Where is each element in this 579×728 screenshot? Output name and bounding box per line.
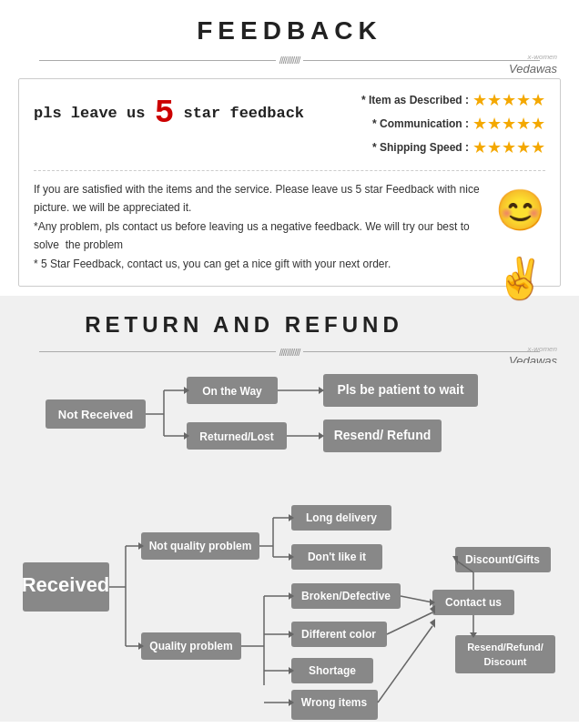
svg-text:Returned/Lost: Returned/Lost [199, 430, 273, 443]
zigzag-decoration: /////////// [279, 55, 300, 66]
return-zigzag: /////////// [279, 347, 300, 358]
svg-text:Discount/Gifts: Discount/Gifts [465, 553, 540, 566]
brand-tag: x-women Vedawas [509, 51, 557, 76]
feedback-para2: *Any problem, pls contact us before leav… [34, 217, 545, 255]
star-item-shipping: * Shipping Speed : ★★★★★ [360, 137, 545, 157]
svg-text:Wrong items: Wrong items [301, 696, 368, 709]
svg-line-64 [401, 596, 432, 602]
return-brand-x-women: x-women [528, 345, 557, 353]
feedback-para1: If you are satisfied with the items and … [34, 180, 545, 217]
brand-x-women: x-women [528, 53, 557, 61]
svg-text:Quality problem: Quality problem [149, 640, 232, 652]
feedback-top: pls leave us 5 star feedback * Item as D… [34, 90, 545, 171]
svg-text:Broken/Defective: Broken/Defective [301, 590, 391, 602]
svg-text:On the Way: On the Way [202, 385, 262, 398]
not-received-block: Not Received On the Way Pls be patient t… [18, 372, 561, 472]
svg-text:Not Received: Not Received [58, 408, 133, 421]
return-divider-line-right [303, 351, 540, 352]
svg-text:Received: Received [22, 573, 110, 596]
star-ratings: * Item as Described : ★★★★★ * Communicat… [360, 90, 545, 161]
svg-line-71 [387, 612, 432, 634]
return-divider-line-left [39, 351, 276, 352]
not-received-svg: Not Received On the Way Pls be patient t… [18, 372, 555, 472]
brand-name: Vedawas [509, 62, 557, 76]
feedback-body: 😊✌️ If you are satisfied with the items … [34, 180, 545, 273]
return-title: RETURN AND REFUND [0, 296, 579, 341]
svg-text:Don't like it: Don't like it [308, 551, 366, 563]
stars-described: ★★★★★ [472, 90, 545, 110]
svg-text:Contact us: Contact us [445, 596, 502, 609]
star-label-communication: * Communication : [360, 117, 469, 130]
big-5: 5 [155, 95, 175, 132]
received-svg: Received Not quality problem Quality pro… [18, 494, 564, 694]
star-label-described: * Item as Described : [360, 94, 469, 106]
svg-text:Shortage: Shortage [309, 664, 356, 677]
feedback-box: pls leave us 5 star feedback * Item as D… [18, 78, 561, 287]
star-item-communication: * Communication : ★★★★★ [360, 114, 545, 134]
star-item-described: * Item as Described : ★★★★★ [360, 90, 545, 110]
slogan-pre: pls leave us [34, 105, 145, 122]
stars-communication: ★★★★★ [472, 114, 545, 134]
stars-shipping: ★★★★★ [472, 137, 545, 157]
feedback-slogan: pls leave us 5 star feedback [34, 90, 304, 130]
feedback-section: FEEDBACK /////////// x-women Vedawas pls… [0, 0, 579, 287]
svg-text:Not quality problem: Not quality problem [149, 540, 252, 552]
svg-text:Resend/Refund/: Resend/Refund/ [467, 642, 543, 652]
divider-line-left [39, 60, 276, 61]
flow-diagram: Not Received On the Way Pls be patient t… [0, 363, 579, 703]
return-divider: /////////// x-women Vedawas [0, 341, 579, 363]
feedback-title: FEEDBACK [0, 0, 579, 49]
feedback-divider: /////////// x-women Vedawas [0, 49, 579, 71]
slogan-post: star feedback [183, 105, 304, 122]
received-block: Received Not quality problem Quality pro… [18, 494, 561, 694]
svg-text:Long delivery: Long delivery [306, 511, 377, 524]
svg-text:Discount: Discount [483, 656, 526, 667]
svg-text:Different color: Different color [301, 628, 376, 641]
star-label-shipping: * Shipping Speed : [360, 141, 469, 154]
feedback-emoji: 😊✌️ [495, 177, 545, 313]
svg-text:Pls be patient to wait: Pls be patient to wait [337, 382, 464, 397]
feedback-para3: * 5 Star Feedback, contact us, you can g… [34, 255, 545, 273]
divider-line-right [303, 60, 540, 61]
return-refund-section: RETURN AND REFUND /////////// x-women Ve… [0, 296, 579, 722]
svg-text:Resend/ Refund: Resend/ Refund [334, 428, 432, 442]
